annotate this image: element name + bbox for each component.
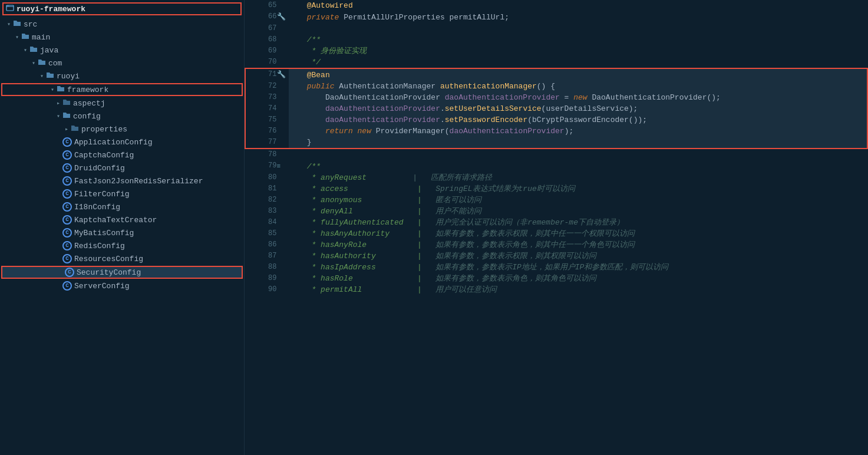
line-code-84: * fullyAuthenticated | 用户完全认证可以访问（非remem… xyxy=(289,217,868,228)
line-num-80: 80 xyxy=(245,172,277,183)
code-line-77: 77 } xyxy=(245,137,867,149)
line-code-65: @Autowired xyxy=(289,0,868,11)
line-code-78 xyxy=(289,149,868,160)
code-line-89: 89 * hasRole | 如果有参数，参数表示角色，则其角色可以访问 xyxy=(245,273,867,284)
gutter-68 xyxy=(277,34,289,45)
gutter-74 xyxy=(277,103,289,114)
file-ResourcesConfig[interactable]: C ResourcesConfig xyxy=(0,252,244,265)
line-num-69: 69 xyxy=(245,45,277,57)
folder-aspectj-icon xyxy=(62,98,71,108)
code-line-69: 69 * 身份验证实现 xyxy=(245,45,867,57)
line-num-87: 87 xyxy=(245,250,277,262)
aspectj-label: aspectj xyxy=(73,99,105,108)
file-label-6: KaptchaTextCreator xyxy=(74,216,157,225)
line-num-86: 86 xyxy=(245,239,277,250)
tree-src[interactable]: ▾ src xyxy=(0,18,244,31)
code-line-71: 71 🔧 @Bean xyxy=(245,68,867,81)
file-DruidConfig[interactable]: C DruidConfig xyxy=(0,161,244,174)
tree-com[interactable]: ▾ com xyxy=(0,57,244,70)
code-line-78: 78 xyxy=(245,149,867,160)
code-line-85: 85 * hasAnyAuthority | 如果有参数，参数表示权限，则其中任… xyxy=(245,228,867,239)
tree-config[interactable]: ▾ config xyxy=(0,110,244,123)
file-I18nConfig[interactable]: C I18nConfig xyxy=(0,200,244,213)
tree-ruoyi[interactable]: ▾ ruoyi xyxy=(0,70,244,83)
config-label: config xyxy=(73,112,101,121)
gutter-80 xyxy=(277,172,289,183)
tree-main[interactable]: ▾ main xyxy=(0,31,244,44)
file-MyBatisConfig[interactable]: C MyBatisConfig xyxy=(0,226,244,239)
gutter-78 xyxy=(277,149,289,160)
arrow-aspectj: ▸ xyxy=(54,100,62,107)
tree-aspectj[interactable]: ▸ aspectj xyxy=(0,97,244,110)
folding-icon-79[interactable]: ≡ xyxy=(277,163,281,170)
folder-properties-icon xyxy=(71,124,79,134)
project-name: ruoyi-framework xyxy=(16,5,85,14)
arrow-src: ▾ xyxy=(5,21,13,28)
line-num-67: 67 xyxy=(245,23,277,34)
tree-framework[interactable]: ▾ framework xyxy=(1,83,243,96)
folder-framework-icon xyxy=(57,85,65,94)
folder-ruoyi-icon xyxy=(46,71,54,81)
code-area[interactable]: 65 @Autowired 66 🔧 private PermitAllUrlP… xyxy=(245,0,868,455)
gutter-89 xyxy=(277,273,289,284)
line-num-70: 70 xyxy=(245,57,277,68)
class-icon-10: C xyxy=(65,268,74,277)
line-code-66: private PermitAllUrlProperties permitAll… xyxy=(289,11,868,23)
gutter-71: 🔧 xyxy=(277,68,289,81)
line-num-65: 65 xyxy=(245,0,277,11)
gutter-75 xyxy=(277,114,289,126)
arrow-framework: ▾ xyxy=(48,86,57,93)
file-label-7: MyBatisConfig xyxy=(74,229,134,238)
class-icon-0: C xyxy=(62,137,72,147)
line-num-81: 81 xyxy=(245,183,277,194)
line-num-66: 66 xyxy=(245,11,277,23)
line-num-77: 77 xyxy=(245,137,277,149)
gutter-85 xyxy=(277,228,289,239)
class-icon-6: C xyxy=(62,215,72,225)
file-FilterConfig[interactable]: C FilterConfig xyxy=(0,187,244,200)
class-icon-4: C xyxy=(62,189,72,199)
sidebar: ruoyi-framework ▾ src ▾ main ▾ java ▾ co… xyxy=(0,0,245,455)
java-label: java xyxy=(40,46,58,55)
file-SecurityConfig[interactable]: C SecurityConfig xyxy=(1,266,243,279)
arrow-com: ▾ xyxy=(29,60,38,67)
line-num-84: 84 xyxy=(245,217,277,228)
line-num-68: 68 xyxy=(245,34,277,45)
class-icon-9: C xyxy=(62,254,72,263)
project-root[interactable]: ruoyi-framework xyxy=(2,2,242,15)
line-num-85: 85 xyxy=(245,228,277,239)
code-line-80: 80 * anyRequest | 匹配所有请求路径 xyxy=(245,172,867,183)
code-line-70: 70 */ xyxy=(245,57,867,68)
folder-com-icon xyxy=(38,58,46,68)
line-num-79: 79 xyxy=(245,160,277,172)
line-code-73: DaoAuthenticationProvider daoAuthenticat… xyxy=(289,92,868,103)
file-CaptchaConfig[interactable]: C CaptchaConfig xyxy=(0,149,244,161)
line-num-76: 76 xyxy=(245,126,277,137)
file-ApplicationConfig[interactable]: C ApplicationConfig xyxy=(0,136,244,149)
file-FastJson2JsonRedisSerializer[interactable]: C FastJson2JsonRedisSerializer xyxy=(0,174,244,187)
line-code-71: @Bean xyxy=(289,68,868,81)
tree-properties[interactable]: ▸ properties xyxy=(0,123,244,136)
code-line-65: 65 @Autowired xyxy=(245,0,867,11)
code-line-75: 75 daoAuthenticationProvider.setPassword… xyxy=(245,114,867,126)
line-num-83: 83 xyxy=(245,206,277,217)
file-ServerConfig[interactable]: C ServerConfig xyxy=(0,279,244,292)
ruoyi-label: ruoyi xyxy=(57,72,80,81)
code-line-73: 73 DaoAuthenticationProvider daoAuthenti… xyxy=(245,92,867,103)
tree-java[interactable]: ▾ java xyxy=(0,44,244,57)
file-label-10: SecurityConfig xyxy=(77,268,141,277)
line-code-80: * anyRequest | 匹配所有请求路径 xyxy=(289,172,868,183)
gutter-72 xyxy=(277,81,289,92)
line-code-67 xyxy=(289,23,868,34)
line-code-69: * 身份验证实现 xyxy=(289,45,868,57)
file-RedisConfig[interactable]: C RedisConfig xyxy=(0,239,244,252)
project-icon xyxy=(6,4,14,14)
file-label-11: ServerConfig xyxy=(74,282,130,291)
arrow-config: ▾ xyxy=(54,113,62,120)
code-line-84: 84 * fullyAuthenticated | 用户完全认证可以访问（非re… xyxy=(245,217,867,228)
line-code-90: * permitAll | 用户可以任意访问 xyxy=(289,284,868,295)
gutter-69 xyxy=(277,45,289,57)
code-line-81: 81 * access | SpringEL表达式结果为true时可以访问 xyxy=(245,183,867,194)
line-num-71: 71 xyxy=(245,68,277,81)
file-KaptchaTextCreator[interactable]: C KaptchaTextCreator xyxy=(0,213,244,226)
